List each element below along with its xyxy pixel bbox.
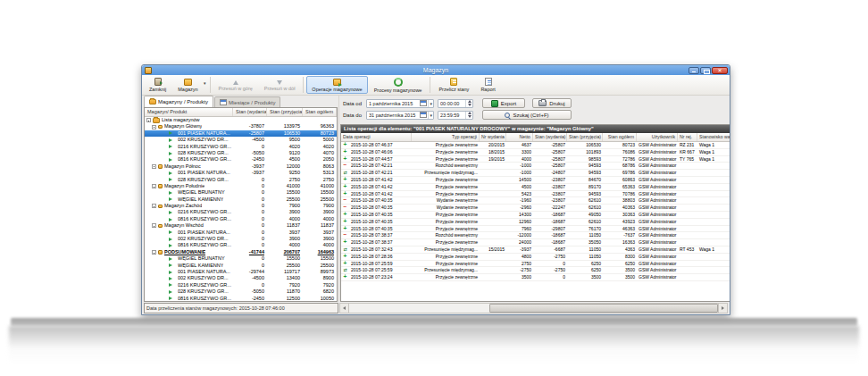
toolbar-button-przesun-w-gore[interactable]: Przesuń w górę (213, 76, 258, 94)
search-button[interactable]: Szukaj (Ctrl+F) (482, 110, 572, 120)
operation-row[interactable]: +2015-10-28 07:28:36Przyjęcie zewnętrzne… (341, 254, 730, 261)
operation-row[interactable]: −2015-10-28 07:42:21Rozchód wewnętrzny-1… (341, 163, 730, 170)
ops-column-header[interactable]: Nr wydania (480, 133, 506, 141)
operation-row[interactable]: +2015-10-28 07:46:06Przyjęcie zewnętrzne… (341, 149, 730, 156)
scrollbar-thumb[interactable] (489, 304, 718, 313)
tree-row[interactable]: Magazyn Południe04100041000 (145, 183, 337, 189)
tab-miesiace-produkty[interactable]: Miesiące / Produkty (214, 96, 280, 107)
operation-row[interactable]: −2015-10-28 07:38:37Rozchód wewnętrzny-1… (341, 232, 730, 239)
ops-column-header[interactable]: Data operacji (341, 133, 412, 141)
operation-row[interactable]: +2015-10-28 07:38:37Przyjęcie zewnętrzne… (341, 239, 730, 246)
spinner-buttons[interactable] (465, 112, 472, 119)
operation-row[interactable]: +2015-10-28 07:40:35Przyjęcie zewnętrzne… (341, 226, 730, 233)
time-from-input[interactable]: 00:00:00 (438, 99, 473, 108)
tree-expander[interactable] (152, 250, 156, 255)
tree-row[interactable]: 028 KRUSZYWO GR...-505091204070 (145, 150, 337, 156)
tree-row[interactable]: PODSUMOWANIE-41744206707164963 (145, 249, 337, 255)
toolbar-button-magazyn[interactable]: Magazyn▾ (172, 76, 206, 94)
minimize-button[interactable] (689, 67, 699, 74)
operation-row[interactable]: −2015-10-28 07:40:35Wydanie zewnętrzne-1… (341, 197, 730, 205)
ops-column-header[interactable]: Stanowisko wagowe (697, 133, 730, 141)
tree-row[interactable]: 028 KRUSZYWO GR...-5050118706820 (145, 288, 337, 295)
tree-row[interactable]: Lista magazynów (145, 117, 337, 123)
ops-column-header[interactable]: Stan ogółem (603, 133, 637, 141)
operation-row[interactable]: ⇄2015-10-28 07:42:21Przesunięcie międzym… (341, 170, 730, 177)
tree-expander[interactable] (146, 118, 151, 122)
chevron-down-icon[interactable]: ▾ (428, 112, 433, 119)
tree-row[interactable]: Magazyn Północ-3937120008063 (145, 163, 337, 170)
date-from-input[interactable]: 1 października 2015 ▾ (366, 99, 434, 108)
tree-row[interactable]: WĘGIEL KAMIENNY02550025500 (145, 196, 337, 203)
print-button[interactable]: Drukuj (532, 98, 572, 108)
close-button[interactable]: ✕ (712, 67, 728, 74)
operation-row[interactable]: +2015-10-28 07:44:57Przyjęcie zewnętrzne… (341, 156, 730, 163)
chevron-down-icon[interactable]: ▾ (428, 100, 433, 107)
tree-row[interactable]: WĘGIEL KAMIENNY02550025500 (145, 263, 337, 269)
ops-column-header[interactable]: Nr rej. (678, 133, 697, 141)
tree-column-header[interactable]: Magazyn/ Produkt (145, 108, 233, 116)
tree-column-header[interactable]: Stan ogółem (303, 108, 337, 116)
tree-row[interactable]: 0816 KRUSZYWO GR...040004000 (145, 216, 337, 222)
tree-expander[interactable] (152, 184, 156, 188)
tree-row[interactable]: 001 PIASEK NATURA...-2580710653080723 (145, 130, 337, 137)
tree-row[interactable]: 002 KRUSZYWO DR...-450095005000 (145, 137, 337, 143)
operation-row[interactable]: +2015-10-28 07:40:35Przyjęcie zewnętrzne… (341, 219, 730, 226)
tree-row[interactable]: 002 KRUSZYWO DR...039003900 (145, 236, 337, 242)
ops-column-header[interactable]: Typ operacji (412, 133, 480, 141)
scroll-left-button[interactable] (340, 304, 349, 313)
tree-row[interactable]: Magazyn Wschód01183711837 (145, 222, 337, 229)
tree-column-header[interactable]: Stan (przyjęcia) (267, 108, 303, 116)
operation-row[interactable]: +2015-10-28 07:41:42Przyjęcie zewnętrzne… (341, 177, 730, 184)
toolbar-button-procesy-magazynowe[interactable]: Procesy magazynowe (369, 76, 428, 94)
tree-expander[interactable] (152, 204, 156, 208)
tree-row[interactable]: 001 PIASEK NATURA...-393792505313 (145, 170, 337, 176)
tree-expander[interactable] (152, 125, 156, 130)
ops-column-header[interactable]: Stan (wydania) (533, 133, 567, 141)
operation-row[interactable]: +2015-10-28 07:23:24Przyjęcie zewnętrzne… (341, 274, 730, 281)
scroll-right-button[interactable] (718, 304, 727, 313)
operation-row[interactable]: +2015-10-28 07:40:35Przyjęcie zewnętrzne… (341, 212, 730, 219)
tree-expander[interactable] (152, 164, 156, 169)
toolbar-button-raport[interactable]: Raport (475, 76, 501, 94)
spinner-buttons[interactable] (465, 100, 472, 107)
tree-row[interactable]: 001 PIASEK NATURA...039373937 (145, 230, 337, 236)
tree-row[interactable]: Magazyn Główny-3780713397596363 (145, 123, 337, 130)
tree-row[interactable]: 0216 KRUSZYWO GR...039003900 (145, 209, 337, 215)
operation-row[interactable]: ⇄2015-10-28 07:32:43Przesunięcie międzym… (341, 246, 730, 254)
operation-row[interactable]: ⇄2015-10-28 07:25:59Przesunięcie międzym… (341, 267, 730, 274)
tree-row[interactable]: 0816 KRUSZYWO GR...-24501250010050 (145, 296, 337, 301)
tree-column-header[interactable]: Stan (wydania) (233, 108, 267, 116)
operation-row[interactable]: +2015-10-28 07:41:42Przyjęcie zewnętrzne… (341, 191, 730, 198)
tree-row[interactable]: 0816 KRUSZYWO GR...040004000 (145, 242, 337, 248)
toolbar-button-operacje-magazynowe[interactable]: Operacje magazynowe (306, 76, 367, 94)
tree-row[interactable]: 0216 KRUSZYWO GR...079207920 (145, 282, 337, 288)
tree-row[interactable]: 0216 KRUSZYWO GR...040204020 (145, 144, 337, 150)
tree-row[interactable]: 002 KRUSZYWO DR...-4500134008900 (145, 275, 337, 281)
export-button[interactable]: Export (482, 98, 525, 108)
date-to-input[interactable]: 31 października 2015 ▾ (366, 111, 434, 120)
scrollbar-track[interactable] (349, 304, 718, 313)
time-to-input[interactable]: 23:59:59 (438, 111, 473, 120)
ops-column-header[interactable]: Użytkownik (637, 133, 678, 141)
tree-row[interactable]: 0816 KRUSZYWO GR...-245045002050 (145, 156, 337, 163)
operation-row[interactable]: +2015-10-28 07:41:42Przyjęcie zewnętrzne… (341, 184, 730, 191)
toolbar-button-przelicz-stany[interactable]: Przelicz stany (433, 76, 474, 94)
toolbar-button-przesun-w-dol[interactable]: Przesuń w dół (259, 76, 301, 94)
tab-magazyny-produkty[interactable]: Magazyny / Produkty (144, 96, 213, 107)
titlebar[interactable]: Magazyn ✕ (142, 65, 730, 75)
operation-row[interactable]: +2015-10-28 07:25:59Przyjęcie zewnętrzne… (341, 261, 730, 268)
tree-row[interactable]: WĘGIEL BRUNATNY01550015500 (145, 189, 337, 196)
chevron-down-icon[interactable]: ▾ (204, 80, 206, 86)
ops-column-header[interactable]: Netto (506, 133, 533, 141)
tree-row[interactable]: WĘGIEL BRUNATNY01550015500 (145, 255, 337, 262)
tree-row[interactable]: 028 KRUSZYWO GR...027502750 (145, 177, 337, 183)
maximize-button[interactable] (700, 67, 711, 74)
operation-row[interactable]: −2015-10-28 07:40:35Wydanie zewnętrzne-2… (341, 205, 730, 212)
tree-row[interactable]: 001 PIASEK NATURA...-2974411971789973 (145, 269, 337, 275)
tree-expander[interactable] (152, 223, 156, 228)
tree-row[interactable]: Magazyn Zachód079007900 (145, 203, 337, 209)
operation-row[interactable]: +2015-10-28 07:46:37Przyjęcie zewnętrzne… (341, 142, 730, 149)
horizontal-scrollbar[interactable] (339, 303, 728, 313)
toolbar-button-zamknij[interactable]: Zamknij (144, 76, 171, 94)
ops-column-header[interactable]: Stan (przyjęcia) (567, 133, 603, 141)
